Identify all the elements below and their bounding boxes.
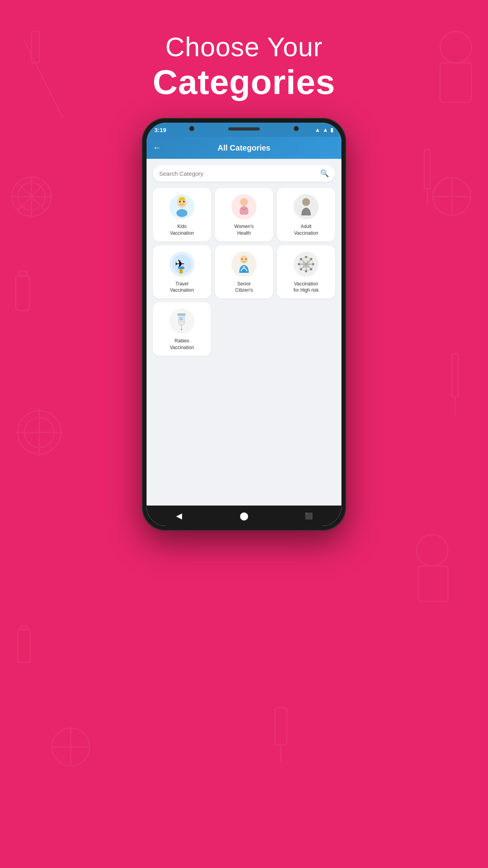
category-label-women: Women'sHealth (234, 223, 253, 237)
header-line2: Categories (153, 62, 336, 102)
svg-point-68 (181, 329, 182, 330)
category-label-senior: SeniorCitizen's (235, 281, 253, 294)
svg-rect-22 (18, 629, 30, 662)
category-card-adult[interactable]: AdultVaccination (277, 188, 335, 241)
svg-point-60 (310, 268, 312, 270)
nav-back-button[interactable]: ◀ (172, 509, 186, 523)
svg-point-48 (246, 258, 247, 259)
svg-rect-23 (20, 625, 28, 630)
category-label-kids: KidsVaccination (170, 223, 194, 237)
svg-rect-43 (180, 268, 183, 274)
svg-rect-63 (305, 258, 307, 263)
back-button[interactable]: ← (153, 143, 161, 153)
svg-point-58 (305, 270, 307, 272)
svg-rect-65 (180, 315, 183, 322)
svg-point-27 (433, 178, 471, 215)
category-card-highrisk[interactable]: Vaccinationfor High risk (277, 245, 335, 299)
app-content: 🔍 KidsVaccinationWomen'sHealthAdultVacci… (147, 159, 341, 506)
svg-rect-9 (440, 63, 471, 102)
battery-icon: ▮ (330, 127, 334, 133)
svg-point-38 (179, 197, 185, 201)
svg-point-34 (176, 209, 187, 217)
search-icon: 🔍 (320, 169, 329, 178)
category-card-travel[interactable]: ✈TravelVaccination (153, 245, 211, 299)
svg-rect-1 (31, 31, 39, 63)
phone-camera-right (294, 126, 299, 131)
app-bar-title: All Categories (168, 143, 320, 153)
svg-point-56 (312, 263, 314, 265)
phone-frame: 3:19 ▲ ▲ ▮ ← All Categories 🔍 (142, 118, 346, 531)
svg-rect-12 (16, 275, 29, 311)
svg-point-8 (440, 31, 471, 63)
header-section: Choose Your Categories (153, 31, 336, 102)
svg-point-14 (18, 411, 61, 454)
category-label-adult: AdultVaccination (294, 223, 318, 237)
svg-point-24 (52, 728, 90, 766)
svg-point-61 (310, 258, 312, 260)
nav-recents-button[interactable]: ⬛ (302, 509, 316, 523)
svg-rect-44 (178, 267, 184, 269)
svg-rect-21 (418, 566, 448, 601)
svg-rect-46 (242, 267, 246, 267)
wifi-icon: ▲ (315, 127, 320, 133)
bottom-nav: ◀ ⬤ ⬛ (147, 506, 341, 526)
category-icon-kids (169, 194, 194, 219)
phone-camera-left (189, 126, 194, 131)
category-card-kids[interactable]: KidsVaccination (153, 188, 211, 241)
category-label-rabies: RabiesVaccination (170, 338, 194, 351)
svg-point-39 (240, 198, 248, 206)
svg-point-55 (298, 263, 300, 265)
svg-point-40 (302, 198, 310, 206)
svg-line-0 (24, 39, 63, 118)
header-line1: Choose Your (153, 31, 336, 62)
category-card-senior[interactable]: SeniorCitizen's (215, 245, 273, 299)
search-input[interactable] (159, 170, 320, 177)
svg-rect-66 (177, 313, 186, 316)
svg-point-15 (24, 417, 54, 447)
category-card-rabies[interactable]: RabiesVaccination (153, 302, 211, 356)
svg-rect-10 (424, 149, 430, 189)
phone-outer: 3:19 ▲ ▲ ▮ ← All Categories 🔍 (142, 118, 346, 531)
status-time: 3:19 (154, 127, 166, 133)
phone-speaker (228, 127, 260, 131)
category-icon-travel: ✈ (169, 252, 194, 277)
category-card-women[interactable]: Women'sHealth (215, 188, 273, 241)
svg-point-62 (300, 268, 302, 270)
status-icons: ▲ ▲ ▮ (315, 127, 334, 133)
svg-rect-30 (275, 708, 287, 745)
svg-point-2 (12, 177, 51, 216)
category-icon-women (231, 194, 257, 219)
svg-point-59 (300, 258, 302, 260)
svg-point-47 (242, 258, 243, 259)
svg-point-37 (183, 201, 185, 202)
category-grid: KidsVaccinationWomen'sHealthAdultVaccina… (153, 188, 335, 356)
search-bar[interactable]: 🔍 (153, 165, 335, 182)
app-bar: ← All Categories (147, 137, 341, 159)
svg-rect-13 (19, 271, 27, 277)
svg-point-20 (416, 535, 448, 566)
nav-home-button[interactable]: ⬤ (237, 509, 251, 523)
signal-icon: ▲ (323, 127, 328, 133)
phone-screen: 3:19 ▲ ▲ ▮ ← All Categories 🔍 (147, 123, 341, 526)
category-icon-rabies (169, 309, 194, 334)
svg-point-3 (18, 183, 45, 210)
svg-rect-18 (452, 354, 458, 397)
category-icon-senior (231, 252, 257, 277)
svg-line-6 (18, 183, 45, 210)
svg-line-7 (18, 183, 45, 210)
svg-point-36 (179, 201, 181, 202)
category-label-highrisk: Vaccinationfor High risk (294, 281, 319, 294)
category-label-travel: TravelVaccination (170, 281, 194, 294)
category-icon-highrisk (294, 252, 319, 277)
category-icon-adult (294, 194, 319, 219)
